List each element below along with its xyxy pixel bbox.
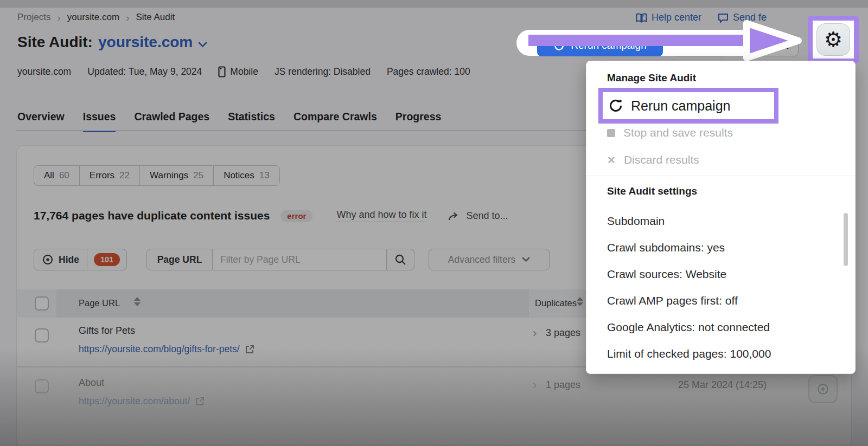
menu-divider (586, 176, 855, 176)
share-arrow-icon (448, 211, 461, 221)
menu-setting-subdomain[interactable]: Subdomain (607, 215, 665, 228)
hide-button[interactable]: Hide 101 (34, 249, 127, 270)
table-header-pageurl-cell[interactable] (56, 289, 529, 318)
stop-icon (607, 129, 615, 137)
row-duplicates: 3 pages (546, 327, 580, 339)
column-header-page-url[interactable]: Page URL (79, 298, 120, 308)
menu-stop-label: Stop and save results (623, 126, 733, 139)
expand-chevron-icon[interactable]: › (533, 378, 537, 392)
row-checkbox[interactable] (35, 379, 49, 393)
settings-button[interactable]: ⚙ (816, 23, 850, 56)
menu-section-settings: Site Audit settings (607, 185, 697, 197)
breadcrumb-projects[interactable]: Projects (17, 12, 50, 23)
menu-rerun-campaign[interactable]: Rerun campaign (598, 88, 778, 124)
menu-discard[interactable]: ✕ Discard results (607, 153, 699, 166)
page-url-filter-label: Page URL (146, 249, 213, 270)
meta-js-rendering: JS rendering: Disabled (275, 66, 371, 77)
page-url-filter: Page URL (146, 249, 414, 270)
row-hide-button[interactable] (808, 375, 838, 403)
filter-all[interactable]: All 60 (34, 166, 79, 185)
eye-icon (816, 383, 829, 396)
chevron-down-icon (522, 257, 530, 262)
tab-issues[interactable]: Issues (83, 111, 116, 132)
chevron-down-icon[interactable] (198, 42, 207, 48)
settings-highlight-box: ⚙ (808, 16, 859, 63)
issue-row: 17,764 pages have duplicate content issu… (34, 209, 508, 222)
eye-icon (42, 254, 54, 266)
filter-notices-label: Notices (224, 170, 254, 181)
filter-errors[interactable]: Errors 22 (79, 166, 139, 185)
site-audit-page: Projects › yoursite.com › Site Audit Hel… (0, 0, 868, 446)
row-url[interactable]: https://yoursite.com/about/ (79, 396, 205, 407)
audit-meta: yoursite.com Updated: Tue, May 9, 2024 M… (17, 66, 470, 77)
external-link-icon (245, 345, 254, 354)
menu-discard-label: Discard results (624, 153, 699, 166)
severity-badge: error (280, 210, 312, 222)
column-header-duplicates[interactable]: Duplicates (535, 298, 577, 308)
breadcrumb-domain[interactable]: yoursite.com (67, 12, 119, 23)
tab-progress[interactable]: Progress (395, 111, 442, 132)
mobile-phone-icon (218, 66, 226, 77)
advanced-filters-button[interactable]: Advanced filters (429, 249, 550, 270)
advanced-filters-label: Advanced filters (448, 254, 516, 266)
menu-setting-google-analytics[interactable]: Google Analytics: not connected (607, 321, 770, 334)
tab-overview[interactable]: Overview (17, 111, 65, 132)
hide-count-badge: 101 (94, 253, 120, 266)
expand-chevron-icon[interactable]: › (533, 326, 537, 340)
menu-stop-save[interactable]: Stop and save results (607, 126, 733, 139)
chevron-right-icon: › (57, 12, 60, 23)
title-prefix: Site Audit: (17, 34, 93, 51)
filter-notices[interactable]: Notices 13 (213, 166, 279, 185)
tab-crawled-pages[interactable]: Crawled Pages (134, 111, 209, 132)
row-title: Gifts for Pets (79, 325, 135, 337)
page-title: Site Audit: yoursite.com (17, 34, 207, 51)
menu-setting-crawl-amp[interactable]: Crawl AMP pages first: off (607, 294, 738, 307)
chat-bubble-icon (718, 13, 729, 23)
breadcrumb-site-audit: Site Audit (136, 12, 175, 23)
select-all-checkbox[interactable] (35, 296, 49, 311)
help-center-link[interactable]: Help center (636, 12, 701, 23)
row-checkbox[interactable] (35, 328, 49, 342)
issue-headline: 17,764 pages have duplicate content issu… (34, 209, 270, 222)
meta-device: Mobile (218, 66, 258, 77)
page-url-filter-input[interactable] (213, 249, 387, 270)
sort-icon[interactable] (577, 297, 583, 306)
settings-dropdown: Manage Site Audit Rerun campaign Stop an… (586, 61, 856, 374)
severity-filter: All 60 Errors 22 Warnings 25 Notices 13 (34, 165, 280, 186)
menu-section-manage: Manage Site Audit (607, 72, 696, 84)
title-domain[interactable]: yoursite.com (98, 34, 193, 51)
book-icon (636, 13, 647, 23)
search-button[interactable] (387, 249, 414, 270)
menu-setting-crawl-subdomains[interactable]: Crawl subdomains: yes (607, 241, 725, 254)
menu-setting-page-limit[interactable]: Limit of checked pages: 100,000 (607, 347, 771, 360)
send-to-label: Send to... (466, 210, 508, 222)
row-date: 25 Mar 2024 (14:25) (678, 379, 767, 391)
chevron-right-icon: › (126, 12, 129, 23)
external-link-icon (195, 397, 205, 406)
filter-warnings[interactable]: Warnings 25 (139, 166, 213, 185)
row-title: About (79, 377, 104, 389)
send-to-link[interactable]: Send to... (448, 210, 508, 222)
meta-updated: Updated: Tue, May 9, 2024 (87, 66, 202, 77)
tab-compare-crawls[interactable]: Compare Crawls (293, 111, 377, 132)
filter-all-count: 60 (59, 170, 69, 181)
refresh-icon (608, 98, 623, 113)
row-url-text: https://yoursite.com/blog/gifts-for-pets… (79, 344, 240, 355)
hide-label: Hide (59, 254, 79, 266)
menu-rerun-label: Rerun campaign (631, 98, 730, 114)
filter-warnings-count: 25 (193, 170, 203, 181)
sort-icon[interactable] (134, 297, 141, 306)
menu-setting-crawl-sources[interactable]: Crawl sources: Website (607, 268, 726, 281)
tab-statistics[interactable]: Statistics (228, 111, 275, 132)
meta-domain: yoursite.com (17, 66, 71, 77)
menu-scrollbar[interactable] (844, 213, 848, 266)
x-icon: ✕ (607, 155, 616, 165)
why-fix-link[interactable]: Why and how to fix it (336, 209, 426, 222)
help-center-label: Help center (652, 12, 701, 23)
filter-errors-label: Errors (90, 170, 114, 181)
row-duplicates: 1 pages (546, 379, 580, 391)
row-url[interactable]: https://yoursite.com/blog/gifts-for-pets… (79, 344, 254, 355)
filter-notices-count: 13 (259, 170, 270, 181)
annotation-arrow-shaft (528, 35, 758, 46)
gear-icon: ⚙ (824, 29, 843, 50)
